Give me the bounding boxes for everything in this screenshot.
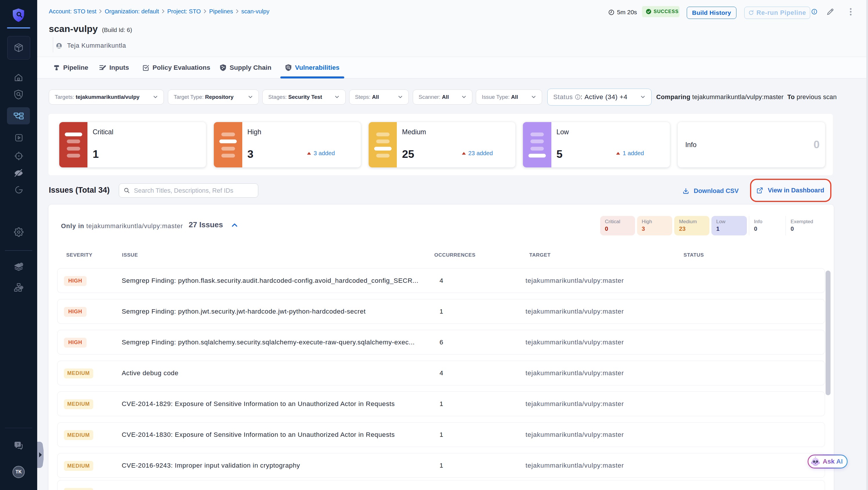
svg-text:?: ? (17, 442, 19, 446)
